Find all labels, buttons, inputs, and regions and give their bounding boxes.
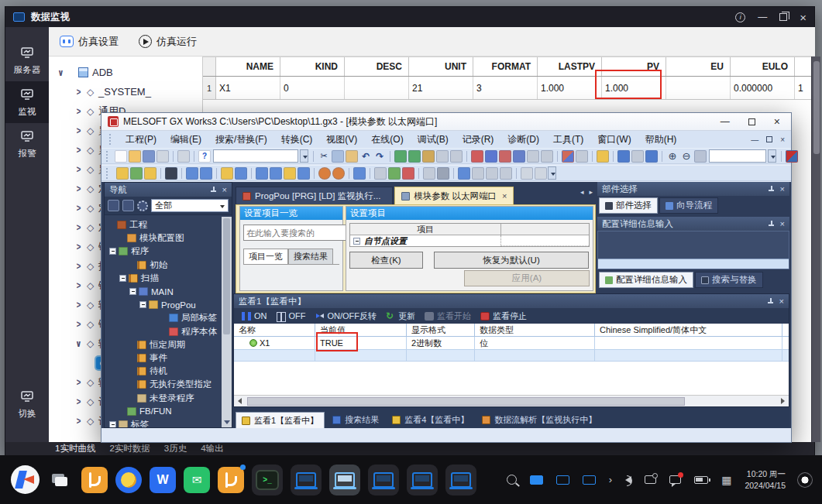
toolbar-icon[interactable] [235, 167, 247, 180]
toolbar-icon[interactable] [548, 166, 556, 180]
sidebar-item[interactable]: 报警 [5, 123, 49, 165]
expander-icon[interactable] [139, 301, 146, 308]
tree-chevron-icon[interactable]: > [74, 319, 84, 330]
toolbar-icon[interactable] [388, 167, 401, 180]
menu-item[interactable]: 工具(T) [546, 131, 590, 148]
watch-toolbar-button[interactable]: 监看停止 [476, 309, 531, 323]
tree-chevron-icon[interactable]: > [74, 106, 84, 117]
toolbar-icon[interactable] [186, 167, 198, 180]
bottom-view-tab[interactable]: 2实时数据 [109, 443, 150, 454]
tray-display-icon-2[interactable] [583, 475, 596, 485]
toolbar-icon[interactable] [300, 149, 308, 163]
toolbar-icon[interactable] [613, 151, 614, 162]
tree-chevron-icon[interactable]: > [74, 125, 84, 136]
project-tree-item[interactable]: FB/FUN [105, 405, 222, 418]
toolbar-icon[interactable] [768, 149, 776, 163]
project-tree-item[interactable]: 局部标签 [105, 311, 222, 324]
tree-chevron-icon[interactable]: ∨ [74, 338, 84, 349]
toolbar-icon[interactable] [437, 167, 449, 180]
toolbar-icon[interactable] [177, 150, 190, 163]
toolbar-icon[interactable] [284, 167, 296, 180]
pin-icon[interactable] [769, 221, 774, 228]
setting-search-input[interactable] [243, 225, 359, 241]
toolbar-icon[interactable]: ⊕ [666, 150, 679, 163]
toolbar-icon[interactable] [216, 168, 217, 179]
toolbar-icon[interactable] [694, 150, 707, 163]
tree-chevron-icon[interactable]: > [74, 183, 84, 194]
toolbar-icon[interactable]: ? [198, 150, 211, 163]
watch-toolbar-button[interactable]: ↻ 更新 [382, 309, 419, 323]
menu-item[interactable]: 转换(C) [274, 131, 320, 148]
toolbar-icon[interactable] [346, 150, 358, 163]
watch-toolbar-button[interactable]: 监看开始 [421, 309, 475, 323]
toolbar-icon[interactable] [466, 151, 467, 162]
device-tree-item[interactable]: > ◇ _SYSTEM_ [49, 82, 202, 101]
tree-chevron-icon[interactable]: ∨ [57, 67, 66, 78]
launcher-icon[interactable] [11, 465, 40, 494]
toolbar-icon[interactable] [631, 150, 644, 163]
column-header[interactable]: EU [666, 57, 731, 76]
minimize-button[interactable]: — [758, 12, 767, 22]
toolbar-icon[interactable] [709, 149, 766, 163]
device-tree-item[interactable]: ∨ ADB [49, 63, 202, 82]
toolbar-icon[interactable] [576, 150, 588, 163]
toolbar-icon[interactable] [394, 150, 407, 163]
toolbar-icon[interactable] [181, 168, 182, 179]
toolbar-icon[interactable] [256, 167, 268, 180]
project-tree-item[interactable]: 恒定周期 [105, 338, 222, 351]
column-header[interactable]: DESC [345, 57, 409, 76]
pin-icon[interactable] [211, 187, 216, 194]
toolbar-icon[interactable] [298, 167, 310, 180]
tree-chevron-icon[interactable]: > [74, 280, 84, 291]
bottom-view-tab[interactable]: 3历史 [164, 443, 187, 454]
toolbar-icon[interactable] [471, 150, 483, 163]
gx-close-button[interactable]: × [774, 115, 780, 128]
monitor-app-icon-4[interactable] [445, 465, 476, 495]
tree-chevron-icon[interactable]: > [74, 416, 84, 427]
watch-toolbar-button[interactable]: ON/OFF反转 [311, 309, 381, 323]
tree-chevron-icon[interactable]: > [74, 145, 84, 156]
project-tree-item[interactable]: MAIN [105, 285, 222, 298]
toolbar-icon[interactable]: ↷ [373, 150, 386, 163]
table-cell[interactable]: 1 [795, 77, 813, 99]
parts-tab[interactable]: 部件选择 [599, 197, 658, 214]
monitor-app-icon-1[interactable] [291, 465, 322, 495]
toolbar-icon[interactable] [200, 167, 212, 180]
close-button[interactable]: × [800, 11, 807, 24]
toolbar-icon[interactable] [486, 167, 498, 180]
toolbar-icon[interactable] [422, 150, 435, 163]
info-icon[interactable]: i [735, 12, 745, 22]
bottom-doc-tab[interactable]: 数据流解析【监视执行中】 [476, 412, 602, 428]
mdi-close-button[interactable]: × [780, 135, 785, 144]
toolbar-icon[interactable] [450, 150, 463, 163]
table-row[interactable]: 1 X1 0 21 3 1.000 1. [203, 77, 813, 100]
toolbar-icon[interactable] [521, 167, 533, 180]
menu-item[interactable]: 在线(O) [364, 131, 410, 148]
menu-item[interactable]: 编辑(E) [163, 131, 208, 148]
toolbar-icon[interactable] [144, 167, 156, 180]
terminal-icon[interactable]: >_ [252, 465, 283, 495]
expander-icon[interactable] [109, 248, 116, 255]
table-cell[interactable]: 3 [473, 77, 538, 99]
document-tab[interactable]: ProgPou [PRG] [LD] 监视执行... [236, 187, 393, 204]
project-tree-item[interactable]: 工程 [105, 218, 222, 231]
volume-icon[interactable] [625, 476, 631, 484]
project-tree-item[interactable]: 未登录程序 [105, 391, 222, 404]
toolbar-icon[interactable] [221, 167, 233, 180]
toolbar-icon[interactable] [458, 167, 470, 180]
toolbar-icon[interactable] [781, 151, 782, 162]
watch-empty-row[interactable] [234, 350, 789, 362]
monitor-app-icon-2[interactable] [368, 465, 399, 495]
menu-item[interactable]: 搜索/替换(F) [208, 131, 274, 148]
wps-icon[interactable]: W [150, 467, 176, 493]
toolbar-icon[interactable] [165, 167, 177, 180]
monitor-app-icon-3[interactable] [407, 465, 438, 495]
toolbar-icon[interactable] [516, 168, 517, 179]
check-button[interactable]: 检查(K) [349, 252, 423, 269]
browser-icon[interactable] [115, 467, 142, 493]
watch-toolbar-button[interactable]: ON [238, 309, 271, 323]
mail-icon[interactable]: ✉ [184, 467, 210, 493]
close-icon[interactable]: × [779, 297, 784, 306]
column-header[interactable]: KIND [280, 57, 345, 76]
tree-chevron-icon[interactable]: > [74, 300, 84, 310]
